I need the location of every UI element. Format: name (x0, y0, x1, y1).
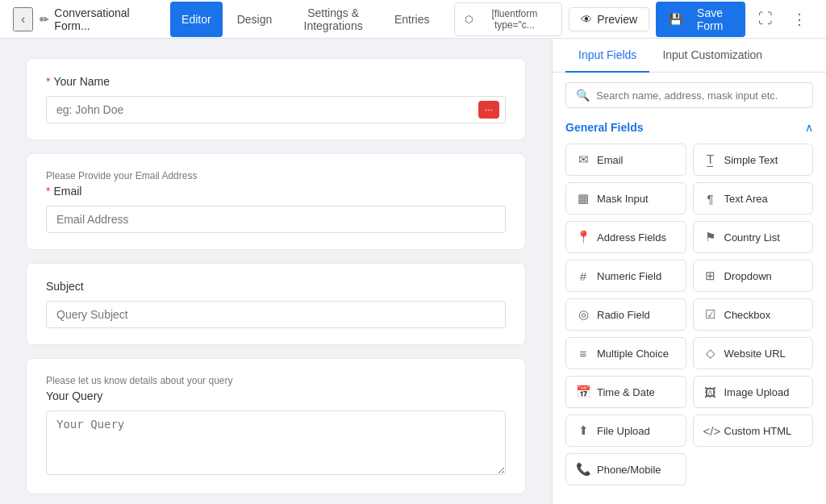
multiple-choice-icon: ≡ (576, 347, 590, 360)
tab-settings[interactable]: Settings & Integrations (286, 2, 380, 37)
field-btn-radio-field[interactable]: ◎ Radio Field (565, 298, 686, 331)
time-date-icon: 📅 (576, 385, 590, 399)
shortcode-icon: ⬡ (465, 14, 473, 25)
field-btn-dropdown[interactable]: ⊞ Dropdown (693, 260, 814, 292)
shortcode-button[interactable]: ⬡ [fluentform type="c... (454, 2, 563, 36)
field-btn-simple-text[interactable]: T̲ Simple Text (693, 144, 814, 176)
tab-editor[interactable]: Editor (170, 2, 223, 37)
required-star-email: * (46, 185, 50, 198)
section-header: General Fields ∧ (565, 121, 813, 134)
mask-input-icon: ▦ (576, 191, 590, 206)
radio-field-icon: ◎ (576, 307, 590, 322)
field-btn-label: Website URL (724, 348, 786, 360)
form-title-text: Conversational Form... (54, 6, 151, 32)
save-label: Save Form (687, 6, 732, 32)
panel-content: 🔍 General Fields ∧ ✉ Email T̲ Simple Tex… (553, 73, 826, 504)
website-url-icon: ◇ (703, 346, 718, 360)
custom-html-icon: </> (703, 424, 718, 438)
email-field-icon: ✉ (576, 152, 590, 167)
field-btn-phone-mobile[interactable]: 📞 Phone/Mobile (565, 453, 686, 485)
tab-entries[interactable]: Entries (383, 2, 441, 37)
field-btn-mask-input[interactable]: ▦ Mask Input (565, 182, 686, 215)
field-btn-image-upload[interactable]: 🖼 Image Upload (693, 376, 814, 408)
email-sublabel: Please Provide your Email Address (46, 170, 506, 181)
left-panel: * Your Name ··· Please Provide your Emai… (0, 39, 552, 504)
email-input[interactable] (46, 206, 506, 233)
top-nav: ‹ ✏ Conversational Form... Editor Design… (0, 0, 826, 39)
email-label: * Email (46, 185, 506, 198)
field-btn-label: Time & Date (597, 386, 655, 398)
field-btn-country-list[interactable]: ⚑ Country List (693, 221, 814, 253)
search-box: 🔍 (565, 82, 813, 108)
field-btn-address-fields[interactable]: 📍 Address Fields (565, 221, 686, 253)
collapse-icon[interactable]: ∧ (805, 121, 813, 134)
right-panel: Input Fields Input Customization 🔍 Gener… (552, 39, 826, 504)
dropdown-icon: ⊞ (703, 269, 718, 283)
save-button[interactable]: 💾 Save Form (656, 2, 745, 37)
numeric-field-icon: # (576, 269, 590, 283)
section-title: General Fields (565, 121, 643, 134)
subject-label: Subject (46, 280, 506, 293)
panel-tabs: Input Fields Input Customization (553, 39, 826, 73)
name-action-button[interactable]: ··· (478, 101, 499, 119)
field-btn-time-date[interactable]: 📅 Time & Date (565, 376, 686, 408)
field-btn-label: Dropdown (724, 270, 772, 282)
field-btn-label: Phone/Mobile (597, 464, 661, 476)
query-sublabel: Please let us know details about your qu… (46, 375, 506, 386)
checkbox-icon: ☑ (703, 307, 718, 322)
field-btn-multiple-choice[interactable]: ≡ Multiple Choice (565, 337, 686, 369)
field-btn-label: Numeric Field (597, 270, 661, 282)
field-btn-file-upload[interactable]: ⬆ File Upload (565, 414, 686, 447)
field-btn-label: Address Fields (597, 231, 666, 244)
field-btn-email[interactable]: ✉ Email (565, 144, 686, 176)
fullscreen-button[interactable]: ⛶ (752, 7, 779, 31)
eye-icon: 👁 (581, 13, 592, 26)
field-btn-label: Checkbox (724, 309, 771, 321)
field-btn-label: File Upload (597, 425, 650, 437)
query-textarea[interactable] (46, 410, 506, 475)
query-field-card: Please let us know details about your qu… (26, 358, 526, 494)
field-btn-label: Radio Field (597, 309, 650, 321)
fields-grid: ✉ Email T̲ Simple Text ▦ Mask Input ¶ Te… (565, 144, 813, 485)
shortcode-label: [fluentform type="c... (478, 8, 553, 31)
subject-field-card: Subject (26, 263, 526, 345)
name-input-wrapper: ··· (46, 96, 506, 123)
field-btn-text-area[interactable]: ¶ Text Area (693, 182, 814, 215)
address-fields-icon: 📍 (576, 230, 590, 244)
field-btn-checkbox[interactable]: ☑ Checkbox (693, 298, 814, 331)
email-field-card: Please Provide your Email Address * Emai… (26, 153, 526, 250)
subject-input[interactable] (46, 301, 506, 328)
tab-input-customization[interactable]: Input Customization (649, 39, 775, 73)
query-label: Your Query (46, 389, 506, 402)
name-field-card: * Your Name ··· (26, 58, 526, 140)
save-icon: 💾 (669, 13, 682, 26)
field-btn-label: Text Area (724, 193, 768, 205)
field-btn-numeric-field[interactable]: # Numeric Field (565, 260, 686, 292)
search-input[interactable] (596, 90, 803, 102)
field-btn-label: Image Upload (724, 386, 790, 398)
required-star: * (46, 75, 50, 88)
field-btn-label: Country List (724, 231, 780, 244)
more-button[interactable]: ⋮ (786, 7, 813, 31)
form-title-area: ✏ Conversational Form... (40, 6, 151, 32)
name-label: * Your Name (46, 75, 506, 88)
search-icon: 🔍 (576, 89, 590, 102)
field-btn-label: Multiple Choice (597, 348, 669, 360)
tab-input-fields[interactable]: Input Fields (565, 39, 649, 73)
simple-text-icon: T̲ (703, 152, 718, 167)
preview-button[interactable]: 👁 Preview (569, 7, 649, 31)
file-upload-icon: ⬆ (576, 423, 590, 438)
country-list-icon: ⚑ (703, 230, 718, 244)
back-button[interactable]: ‹ (13, 7, 33, 31)
text-area-icon: ¶ (703, 192, 718, 206)
preview-label: Preview (597, 13, 637, 26)
nav-tabs: Editor Design Settings & Integrations En… (170, 2, 440, 37)
field-btn-label: Email (597, 154, 624, 166)
field-btn-label: Custom HTML (724, 425, 792, 437)
name-input[interactable] (46, 96, 506, 123)
edit-icon: ✏ (40, 13, 49, 26)
field-btn-website-url[interactable]: ◇ Website URL (693, 337, 814, 369)
field-btn-custom-html[interactable]: </> Custom HTML (693, 414, 814, 447)
phone-mobile-icon: 📞 (576, 462, 590, 477)
tab-design[interactable]: Design (226, 2, 284, 37)
